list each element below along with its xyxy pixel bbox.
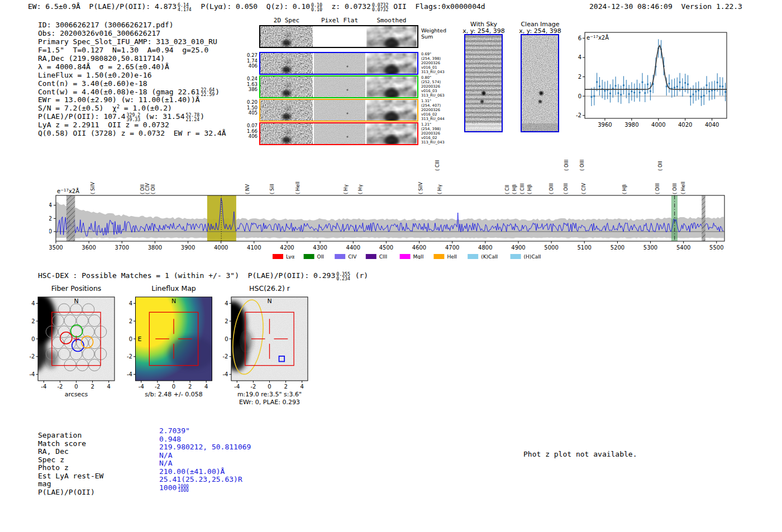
x-tick-label: 4500 <box>379 245 393 251</box>
pixel-flat-empty <box>314 26 365 47</box>
emission-line-label: ( Hγ <box>357 185 363 194</box>
masked-region <box>66 195 75 241</box>
y-tick-label: 4 <box>129 300 132 306</box>
x-tick-label: -4 <box>139 384 144 390</box>
emission-line-label: ( NV <box>245 184 250 194</box>
info-line: ID: 3006626217 (3006626217.pdf) <box>38 21 226 30</box>
panel-title: Fiber Positions <box>51 284 102 293</box>
x-tick-label: 4200 <box>280 245 294 251</box>
match-field-value: N/A <box>159 452 251 460</box>
emission-line-label: ( HeII <box>680 181 686 194</box>
emission-line-fit-chart: 39603980400040204040-20246e−17x2Å <box>570 28 748 134</box>
match-table-labels: SeparationMatch scoreRA, DecSpec zPhoto … <box>38 432 103 496</box>
stacked-uncertainty: 22.6422.59 <box>201 88 215 97</box>
emission-line-label: ( CIII <box>519 184 525 194</box>
legend-item: MgII <box>400 254 424 259</box>
x-tick-label: 3800 <box>148 245 162 251</box>
pixel-flat-image <box>314 123 365 144</box>
x-tick-label: 2 <box>188 384 192 390</box>
column-title-pixel-flat: Pixel Flat <box>314 17 365 24</box>
info-line: λ = 4000.84Å σ = 2.65(±0.40)Å <box>38 63 226 71</box>
info-line: RA,Dec (219.980820,50.811714) <box>38 55 226 63</box>
match-image-panels: -4-2024-4-2024Fiber PositionsNEarcsecs-4… <box>27 282 317 409</box>
x-tick-label: 4040 <box>705 122 719 128</box>
twod-spectra-cutout-grid: 2D Spec Pixel Flat Smoothed Weighted Sum… <box>246 16 448 150</box>
fiber-cutout-row <box>259 52 418 75</box>
fiber-info-label: 1.21"(254, 398)20200326v016_02313_RU_043 <box>421 123 448 145</box>
full-spectrum-chart: 3500360037003800390040004100420043004400… <box>49 146 733 259</box>
header-summary-line: EW: 6.5±0.9Å P(LAE)/P(OII): 4.8736.144.1… <box>28 2 485 12</box>
y-tick-label: -4 <box>127 371 132 377</box>
twod-spec-image <box>260 100 313 121</box>
flux-units-label: e−17x2Å <box>586 34 609 41</box>
x-tick-label: 5000 <box>544 245 558 251</box>
stacked-uncertainty: 0.3550.234 <box>336 272 350 281</box>
fiber-xaxis-label: arcsecs <box>65 391 88 398</box>
y-tick-label: 0 <box>129 336 132 342</box>
info-line: LyA z = 2.2911 OII z = 0.0732 <box>38 121 226 130</box>
emission-line-label: ( OIII <box>564 160 569 171</box>
compass-north-label: N <box>267 298 271 305</box>
x-tick-label: -4 <box>41 384 46 390</box>
smoothed-image <box>366 26 417 47</box>
fiber-weights-label: 0.201.50405 <box>246 100 258 116</box>
flux-units-label: e−17x2Å <box>57 188 79 194</box>
stacked-uncertainty: 6.144.174 <box>178 3 192 12</box>
emission-line-label: ( OIII <box>549 183 554 194</box>
emission-line-label: ( SiIV <box>418 182 423 194</box>
twod-spec-image <box>260 26 313 47</box>
photz-unavailable-notice: Phot z plot not available. <box>523 450 637 458</box>
with-sky-title: With Sky x, y: 254, 398 <box>461 21 507 34</box>
match-field-label: RA, Dec <box>38 448 103 456</box>
fiber-weights-label: 0.241.63386 <box>246 76 258 93</box>
match-field-value: 2.7039" <box>159 427 251 435</box>
legend-item: HeII <box>433 254 457 259</box>
y-tick-label: 2 <box>578 74 581 80</box>
legend-item: Lyα <box>273 254 295 259</box>
x-tick-label: 2 <box>90 384 94 390</box>
highlight-band <box>207 195 236 241</box>
y-tick-label: 2 <box>225 318 228 324</box>
pixel-flat-image <box>314 53 365 74</box>
svg-text:(K)CaII: (K)CaII <box>481 254 498 259</box>
y-tick-label: -2 <box>30 353 35 360</box>
x-tick-label: 3600 <box>82 245 96 251</box>
with-sky-image <box>464 34 503 132</box>
match-field-label: Est LyA rest-EW <box>38 472 103 481</box>
emission-line-label: ( Hγ <box>437 185 442 194</box>
match-field-label: Photo z <box>38 464 103 472</box>
y-tick-label: 4 <box>49 202 52 208</box>
x-tick-label: 4 <box>204 384 208 390</box>
fiber-info-label: 0.80"(252, 574)20200326v016_03313_RU_063 <box>421 76 448 98</box>
svg-text:CIII: CIII <box>379 254 387 259</box>
match-table-values: 2.7039"0.948219.980212, 50.811069N/AN/A2… <box>159 427 251 492</box>
emission-line-label: ( CIV <box>145 183 150 194</box>
y-tick-label: 0 <box>49 228 52 234</box>
x-tick-label: 4 <box>107 384 111 390</box>
x-tick-label: 4900 <box>511 245 525 251</box>
x-tick-label: 0 <box>172 384 175 390</box>
fiber-info-label: 1.31"(254, 407)20200326v016_02313_RU_044 <box>421 99 448 122</box>
y-tick-label: 6 <box>578 35 581 41</box>
y-tick-label: 0 <box>31 336 35 342</box>
clean-image-title: Clean Image x, y: 254, 398 <box>517 21 563 34</box>
x-tick-label: 4 <box>301 384 304 390</box>
emission-line-label: ( OIII <box>579 160 585 171</box>
weighted-sum-label: Weighted Sum <box>421 28 446 40</box>
report-datetime: 2024-12-30 08:46:09 <box>589 2 673 11</box>
y-tick-label: -4 <box>223 371 228 377</box>
x-tick-label: 4000 <box>651 122 665 128</box>
stacked-uncertainty: 0.07320.0732 <box>372 3 389 12</box>
smoothed-image <box>366 53 417 74</box>
compass-north-label: N <box>171 298 176 305</box>
y-tick-label: -4 <box>30 371 35 377</box>
emission-line-label: ( Hγ <box>343 185 349 194</box>
pixel-flat-image <box>314 100 365 121</box>
info-line: Cont(n) = 3.40(±0.60)e-18 <box>38 80 226 88</box>
legend-item: (K)CaII <box>468 254 498 259</box>
svg-text:OII: OII <box>317 254 324 259</box>
fiber-cutout-row <box>259 99 418 122</box>
info-line: S/N = 7.2(±0.5) χ2 = 1.0(±0.2) <box>38 104 226 113</box>
y-tick-label: 2 <box>49 215 52 222</box>
emission-line-label: ( SiII <box>269 184 275 194</box>
